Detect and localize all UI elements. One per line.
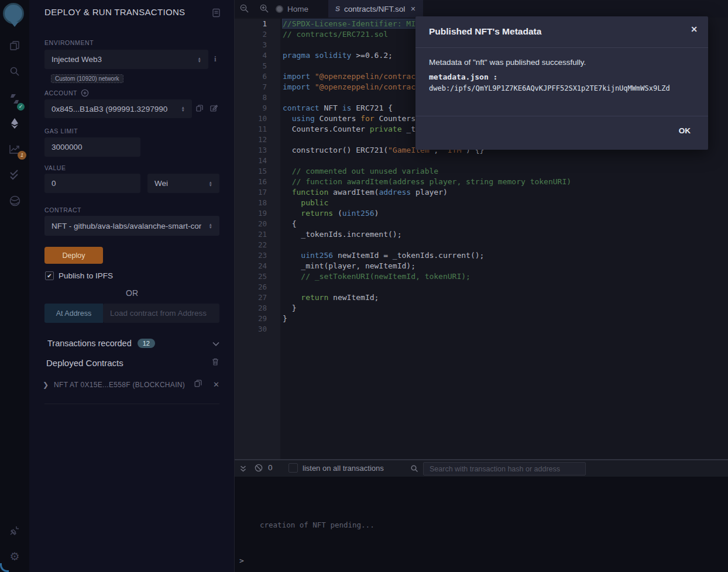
unit-testing-icon[interactable]: [0, 168, 29, 181]
environment-select[interactable]: Injected Web3 ▲▼: [44, 50, 208, 69]
deploy-run-icon[interactable]: [0, 117, 29, 130]
value-unit: Wei: [154, 179, 168, 188]
code-line: {: [283, 219, 571, 229]
tab-home[interactable]: Home: [269, 0, 315, 18]
modal-filename: metadata.json :: [429, 73, 497, 81]
home-tab-icon: [276, 5, 283, 13]
publish-ipfs-checkbox[interactable]: ✔: [45, 271, 54, 280]
editor-gutter: 1234567891011121314151617181920212223242…: [235, 19, 280, 459]
line-number: 26: [235, 282, 280, 292]
close-tab-icon[interactable]: ✕: [410, 5, 415, 13]
icon-sidebar: ✓ 1 ⚙: [0, 0, 30, 572]
line-number: 18: [235, 198, 280, 208]
code-line: return newItemId;: [283, 292, 571, 303]
modal-title: Published NFT's Metadata: [429, 26, 541, 37]
line-number: 20: [235, 219, 280, 229]
solidity-compiler-icon[interactable]: [0, 92, 29, 105]
contract-label: CONTRACT: [44, 206, 81, 213]
chevron-right-icon[interactable]: ❯: [43, 381, 49, 389]
contract-value: NFT - github/ava-labs/avalanche-smart-co…: [51, 222, 201, 230]
account-select[interactable]: 0x845...B1aB3 (999991.3297990 ▲▼: [44, 99, 192, 118]
remove-contract-icon[interactable]: ✕: [213, 380, 219, 389]
code-line: // commented out unused variable: [283, 166, 571, 177]
modal-close-icon[interactable]: ✕: [691, 25, 698, 34]
copy-address-icon[interactable]: [194, 379, 202, 390]
line-number: 6: [235, 71, 280, 82]
published-metadata-modal: Published NFT's Metadata ✕ Metadata of "…: [415, 16, 708, 150]
terminal-search-input[interactable]: [423, 462, 586, 475]
search-icon[interactable]: [0, 66, 29, 77]
deployed-contracts-row: Deployed Contracts: [46, 357, 219, 368]
code-line: // _setTokenURI(newItemId, tokenURI);: [283, 271, 571, 282]
value-unit-select[interactable]: Wei ▲▼: [147, 174, 219, 193]
zoom-in-icon[interactable]: [259, 4, 269, 16]
plugin-manager-icon[interactable]: [0, 525, 29, 536]
at-address-button[interactable]: At Address: [44, 304, 103, 323]
docs-icon[interactable]: [212, 8, 221, 20]
chevron-updown-icon: ▲▼: [178, 106, 185, 112]
line-number: 16: [235, 177, 280, 187]
value-label: VALUE: [44, 164, 66, 171]
line-number: 11: [235, 124, 280, 135]
code-line: _mint(player, newItemId);: [283, 261, 571, 271]
publish-ipfs-label: Publish to IPFS: [59, 271, 113, 280]
chevron-updown-icon: ▲▼: [205, 181, 212, 187]
compiler-success-badge: ✓: [17, 103, 25, 111]
value-input[interactable]: [44, 174, 140, 193]
line-number: 15: [235, 166, 280, 177]
add-account-icon[interactable]: [81, 89, 89, 97]
zoom-out-icon[interactable]: [239, 4, 249, 16]
transactions-recorded-label: Transactions recorded: [47, 339, 132, 348]
remix-ide: ✓ 1 ⚙ DEPLOY & RUN TRANSACTIONS ENVIRONM…: [0, 0, 728, 572]
deploy-run-panel: DEPLOY & RUN TRANSACTIONS ENVIRONMENT In…: [29, 0, 234, 572]
info-icon[interactable]: i: [214, 54, 217, 64]
chevron-updown-icon: ▲▼: [205, 223, 212, 229]
account-value: 0x845...B1aB3 (999991.3297990: [51, 105, 167, 113]
chevron-down-icon[interactable]: [212, 338, 219, 349]
settings-gear-icon[interactable]: ⚙: [0, 550, 29, 563]
deploy-button[interactable]: Deploy: [44, 247, 103, 264]
transactions-recorded-row[interactable]: Transactions recorded 12: [47, 338, 219, 349]
line-number: 9: [235, 103, 280, 113]
modal-message: Metadata of "nft" was published successf…: [429, 58, 586, 67]
listen-transactions-checkbox[interactable]: [289, 463, 298, 473]
line-number: 13: [235, 145, 280, 156]
contract-select[interactable]: NFT - github/ava-labs/avalanche-smart-co…: [44, 216, 219, 236]
code-line: [283, 324, 571, 335]
line-number: 7: [235, 82, 280, 92]
line-number: 3: [235, 40, 280, 50]
line-number: 29: [235, 313, 280, 324]
modal-footer: OK: [415, 116, 708, 150]
terminal-prompt[interactable]: >: [239, 556, 244, 565]
at-address-input[interactable]: [103, 304, 219, 323]
file-tab-label: contracts/NFT.sol: [344, 5, 405, 13]
line-number: 28: [235, 303, 280, 313]
tab-bar: Home S contracts/NFT.sol ✕: [235, 0, 728, 18]
line-number: 5: [235, 61, 280, 71]
tab-nft-sol[interactable]: S contracts/NFT.sol ✕: [328, 0, 423, 18]
clear-console-icon[interactable]: [254, 463, 263, 475]
file-explorer-icon[interactable]: [0, 40, 29, 51]
code-line: returns (uint256): [283, 208, 571, 219]
line-number: 2: [235, 29, 280, 40]
expand-terminal-icon[interactable]: [239, 464, 247, 475]
terminal-toolbar: 0 listen on all transactions: [235, 459, 728, 477]
account-label: ACCOUNT: [44, 89, 89, 97]
edit-account-icon[interactable]: [210, 104, 218, 115]
trash-icon[interactable]: [211, 357, 219, 368]
line-number: 24: [235, 261, 280, 271]
sourcify-icon[interactable]: [0, 195, 29, 207]
code-line: // function awardItem(address player, st…: [283, 177, 571, 187]
line-number: 4: [235, 50, 280, 61]
chevron-updown-icon: ▲▼: [194, 57, 201, 63]
line-number: 17: [235, 187, 280, 198]
line-number: 21: [235, 229, 280, 240]
environment-label: ENVIRONMENT: [44, 39, 94, 46]
gas-limit-input[interactable]: [44, 137, 140, 157]
copy-account-icon[interactable]: [195, 104, 204, 115]
deployed-contract-label[interactable]: NFT AT 0X15E...E558F (BLOCKCHAIN): [54, 381, 185, 389]
remix-logo-icon[interactable]: [3, 3, 26, 26]
line-number: 22: [235, 240, 280, 250]
ok-button[interactable]: OK: [675, 126, 694, 136]
code-line: }: [283, 313, 571, 324]
